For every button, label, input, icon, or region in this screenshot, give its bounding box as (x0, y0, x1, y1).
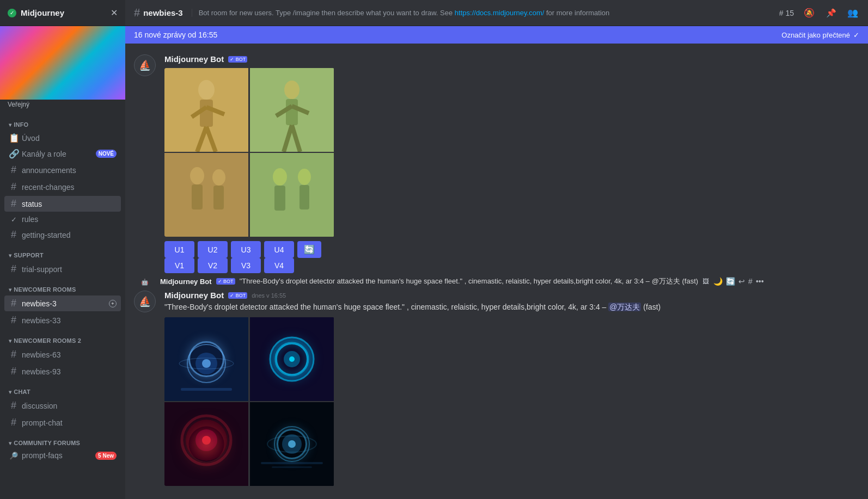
section-info[interactable]: ▾ INFO (0, 113, 125, 130)
channel-label: rules (22, 215, 117, 224)
variation-1-button[interactable]: V1 (164, 258, 194, 273)
image-grid-ancient (164, 68, 334, 237)
section-newcomer2[interactable]: ▾ NEWCOMER ROOMS 2 (0, 329, 125, 346)
server-menu-icon[interactable]: ✕ (111, 8, 118, 18)
pin-icon[interactable]: 📌 (824, 7, 838, 20)
section-chat[interactable]: ▾ CHAT (0, 380, 125, 397)
variation-3-button[interactable]: V3 (231, 258, 261, 273)
variation-2-button[interactable]: V2 (198, 258, 228, 273)
info-icon: 📋 (9, 133, 19, 143)
channel-label: Kanály a role (22, 150, 93, 158)
members-icon[interactable]: 👥 (846, 7, 859, 20)
ancient-image-3[interactable] (164, 153, 248, 237)
svg-point-8 (284, 81, 299, 99)
channel-link[interactable]: https://docs.midjourney.com/ (455, 9, 545, 17)
sidebar-item-getting-started[interactable]: # getting-started (4, 227, 121, 243)
section-support[interactable]: ▾ SUPPORT (0, 243, 125, 261)
svg-rect-30 (250, 317, 334, 401)
scifi-image-1[interactable] (164, 317, 248, 401)
refresh-icon[interactable]: 🔄 (726, 277, 735, 286)
svg-point-39 (195, 429, 217, 451)
channel-label: getting-started (22, 231, 117, 239)
channel-label: newbies-33 (22, 316, 117, 325)
upscale-4-button[interactable]: U4 (264, 241, 294, 258)
svg-rect-19 (250, 153, 334, 237)
hash-icon: # (9, 315, 19, 326)
check-icon: ✓ (9, 215, 19, 224)
mute-icon[interactable]: 🔕 (803, 7, 816, 20)
scifi-image-3[interactable] (164, 402, 248, 486)
svg-rect-16 (192, 184, 203, 210)
upscale-3-button[interactable]: U3 (231, 241, 261, 258)
channel-label: announcements (22, 166, 117, 175)
variation-4-button[interactable]: V4 (264, 258, 294, 273)
channel-header: # newbies-3 Bot room for new users. Type… (125, 0, 868, 26)
header-icons: # 15 🔕 📌 👥 (779, 7, 859, 20)
sidebar-item-trial-support[interactable]: # trial-support (4, 261, 121, 277)
moon-icon[interactable]: 🌙 (713, 277, 723, 286)
sidebar-item-uvod[interactable]: 📋 Úvod (4, 131, 121, 145)
mark-read-button[interactable]: Označit jako přečtené ✓ (781, 31, 859, 39)
member-count: # 15 (779, 9, 794, 17)
compact-verified-badge: ✓ BOT (216, 278, 235, 285)
chevron-icon: ▾ (9, 338, 11, 344)
ancient-image-2[interactable] (250, 68, 334, 152)
svg-point-31 (270, 337, 314, 381)
hash-icon: # (9, 229, 19, 241)
server-banner (0, 26, 125, 100)
channel-label: status (22, 200, 117, 208)
messages-area[interactable]: ⛵ Midjourney Bot ✓ BOT (125, 44, 868, 499)
hash-icon: # (9, 400, 19, 411)
sidebar-item-kanaly[interactable]: 🔗 Kanály a role NOVÉ (4, 146, 121, 161)
compact-spacer: 🤖 (134, 278, 156, 286)
server-banner-image (0, 26, 125, 100)
message-author-2: Midjourney Bot (164, 291, 224, 300)
scifi-image-2[interactable] (250, 317, 334, 401)
svg-point-38 (186, 420, 227, 461)
sidebar-item-newbies-93[interactable]: # newbies-93 (4, 364, 121, 379)
section-newcomer[interactable]: ▾ NEWCOMER ROOMS (0, 278, 125, 295)
server-header[interactable]: ✓ Midjourney ✕ (0, 0, 125, 26)
sidebar-item-discussion[interactable]: # discussion (4, 398, 121, 414)
message-group-scifi: ⛵ Midjourney Bot ✓ BOT dnes v 16:55 "Thr… (125, 288, 868, 488)
upscale-2-button[interactable]: U2 (198, 241, 228, 258)
bot-avatar-2: ⛵ (134, 291, 156, 312)
hash-icon: # (9, 349, 19, 360)
sidebar-item-newbies-63[interactable]: # newbies-63 (4, 347, 121, 362)
section-community[interactable]: ▾ COMMUNITY FORUMS (0, 431, 125, 448)
channel-description: Bot room for new users. Type /imagine th… (192, 9, 773, 17)
forum-icon: 🔎 (9, 452, 19, 460)
chevron-icon: ▾ (9, 252, 11, 258)
sidebar-item-newbies-33[interactable]: # newbies-33 (4, 312, 121, 328)
channel-label: Úvod (22, 134, 117, 143)
user-mention: @万达夫 (608, 303, 641, 311)
server-subtitle: Veřejný (0, 100, 125, 113)
message-author: Midjourney Bot (164, 54, 224, 64)
main-area: # newbies-3 Bot room for new users. Type… (125, 0, 868, 499)
channel-label: newbies-93 (22, 367, 117, 376)
more-options-icon[interactable]: ••• (756, 277, 764, 286)
sidebar-item-prompt-faqs[interactable]: 🔎 prompt-faqs 5 New (4, 449, 121, 462)
upscale-1-button[interactable]: U1 (164, 241, 194, 258)
ancient-image-4[interactable] (250, 153, 334, 237)
sidebar-item-prompt-chat[interactable]: # prompt-chat (4, 415, 121, 430)
sidebar-item-newbies-3[interactable]: # newbies-3 + (4, 295, 121, 311)
ancient-image-1[interactable] (164, 68, 248, 152)
verified-badge-2: ✓ BOT (228, 292, 247, 299)
reply-icon[interactable]: ↩ (738, 277, 745, 286)
add-reaction-icon[interactable]: # (748, 277, 753, 286)
sidebar-item-status[interactable]: # status (4, 196, 121, 212)
scifi-image-4[interactable] (250, 402, 334, 486)
channel-label: newbies-3 (22, 299, 106, 308)
sidebar-item-rules[interactable]: ✓ rules (4, 213, 121, 226)
svg-point-43 (274, 427, 309, 461)
add-member-icon[interactable]: + (109, 300, 117, 307)
svg-rect-14 (164, 153, 248, 237)
sidebar-item-recent-changes[interactable]: # recent-changes (4, 179, 121, 195)
svg-point-40 (202, 436, 211, 445)
sidebar-item-announcements[interactable]: # announcements (4, 162, 121, 178)
compact-image-icon: 🖼 (702, 278, 709, 285)
hash-icon: # (9, 198, 19, 210)
compact-message-text: "Three-Body's droplet detector attacked … (240, 276, 698, 286)
refresh-button[interactable]: 🔄 (297, 241, 321, 258)
